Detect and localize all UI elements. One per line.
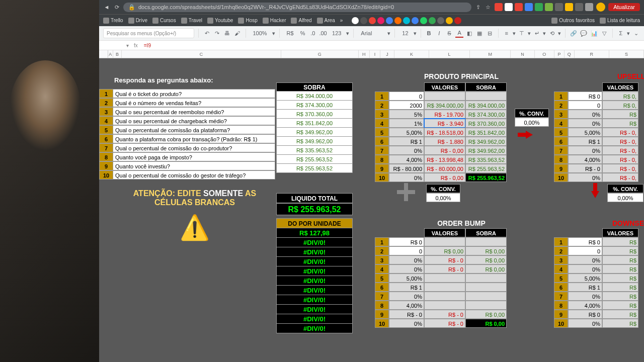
bookmark-item[interactable]: Trello	[103, 18, 123, 24]
bookmark-overflow-icon[interactable]: »	[340, 18, 343, 23]
bookmark-item[interactable]: Alfred	[291, 18, 311, 24]
ext-icon[interactable]	[575, 3, 583, 11]
question-cell[interactable]: Qual o percentual de comissão do co-prod…	[113, 143, 275, 152]
value-cell[interactable]: R$ - 0,00	[424, 146, 465, 155]
input-cell[interactable]: 0	[568, 246, 602, 255]
value-cell[interactable]: R$ - 0	[424, 319, 465, 328]
bookmark-item[interactable]: Cursos	[152, 18, 176, 24]
input-cell[interactable]: 0%	[568, 146, 602, 155]
share-icon[interactable]: ⇪	[474, 4, 481, 11]
value-cell[interactable]: R$ - 0	[424, 310, 465, 319]
input-cell[interactable]: R$ - 80.000	[389, 164, 424, 173]
input-cell[interactable]: 0%	[568, 173, 602, 182]
ext-icon[interactable]	[565, 3, 573, 11]
valign-icon[interactable]: ⊤	[518, 29, 526, 38]
input-cell[interactable]: R$ 1	[568, 137, 602, 146]
sobra-cell[interactable]	[465, 92, 507, 101]
value-cell[interactable]: R$	[602, 319, 638, 328]
input-cell[interactable]: 5,00%	[568, 274, 602, 283]
input-cell[interactable]: 0	[389, 92, 424, 101]
app-icon[interactable]	[420, 17, 427, 24]
app-icon[interactable]	[446, 17, 453, 24]
value-cell[interactable]: R$	[602, 264, 638, 274]
value-cell[interactable]: R$ - 0	[424, 264, 465, 274]
input-cell[interactable]: 0%	[389, 173, 424, 182]
value-cell[interactable]: R$ - 1.880	[424, 137, 465, 146]
comment-icon[interactable]: 💬	[580, 29, 588, 38]
value-cell[interactable]: R$ - 80.000,00	[424, 164, 465, 173]
value-cell[interactable]: R$ 0,	[602, 101, 638, 110]
sobra-cell[interactable]: R$ 335.963,52	[276, 146, 353, 155]
formula-value[interactable]: =I9	[141, 43, 154, 48]
input-cell[interactable]: 4,00%	[389, 155, 424, 164]
bold-icon[interactable]: B	[425, 29, 433, 38]
sobra-cell[interactable]: R$ 370.360,00	[276, 110, 353, 119]
print-icon[interactable]: 🖶	[223, 29, 231, 38]
value-cell[interactable]: R$ - 18.518,00	[424, 128, 465, 137]
value-cell[interactable]: R$ - 0,	[602, 128, 638, 137]
input-cell[interactable]: 5%	[389, 110, 424, 119]
bookmark-item[interactable]: Hosp	[238, 18, 257, 24]
question-cell[interactable]: Quanto você investiu?	[113, 161, 275, 170]
sobra-cell[interactable]: R$ 351.842,00	[465, 128, 507, 137]
strike-icon[interactable]: S	[445, 29, 453, 38]
question-cell[interactable]: Qual o percentual de comissão do gestor …	[113, 170, 275, 179]
spreadsheet-grid[interactable]: Responda as perguntas abaixo: 1Qual é o …	[99, 58, 644, 362]
unidade-cell[interactable]: #DIV/0!	[276, 238, 353, 247]
fill-color-icon[interactable]: ◧	[465, 29, 473, 38]
sobra-cell[interactable]: R$ 394.000,00	[465, 101, 507, 110]
unidade-cell[interactable]: #DIV/0!	[276, 305, 353, 314]
input-cell[interactable]: 0%	[568, 110, 602, 119]
input-cell[interactable]: 1%	[389, 119, 424, 128]
input-cell[interactable]: 0%	[568, 264, 602, 274]
value-cell[interactable]: R$	[602, 292, 638, 301]
format-select[interactable]: 123	[329, 30, 344, 36]
input-cell[interactable]: 4,00%	[568, 301, 602, 310]
ext-icon[interactable]	[495, 3, 503, 11]
font-select[interactable]: Arial	[358, 30, 385, 36]
bookmark-item[interactable]: Area	[317, 18, 335, 24]
value-cell[interactable]: R$	[602, 255, 638, 264]
input-cell[interactable]: 0%	[389, 292, 424, 301]
value-cell[interactable]	[424, 292, 465, 301]
sobra-cell[interactable]: R$ 255.963,52	[465, 164, 507, 173]
value-cell[interactable]: R$ 0,00	[424, 246, 465, 255]
zoom-select[interactable]: 100%	[250, 30, 270, 36]
sobra-cell[interactable]: R$ 255.963,52	[276, 155, 353, 164]
value-cell[interactable]	[424, 92, 465, 101]
app-icon[interactable]	[369, 17, 376, 24]
unidade-cell[interactable]: #DIV/0!	[276, 295, 353, 305]
value-cell[interactable]: R$	[602, 237, 638, 246]
unidade-cell[interactable]: #DIV/0!	[276, 286, 353, 295]
question-cell[interactable]: Qual o seu percentual de chargeback médi…	[113, 116, 275, 125]
rotate-icon[interactable]: ⟲	[548, 29, 556, 38]
halign-icon[interactable]: ≡	[503, 29, 511, 38]
avatar-icon[interactable]	[596, 3, 605, 12]
chart-icon[interactable]: 📊	[590, 29, 598, 38]
sobra-cell[interactable]	[465, 274, 507, 283]
input-cell[interactable]: 0%	[568, 292, 602, 301]
bookmark-item[interactable]: Youtube	[207, 18, 233, 24]
unidade-cell[interactable]: #DIV/0!	[276, 314, 353, 324]
sobra-cell[interactable]: R$ 0,00	[465, 310, 507, 319]
app-icon[interactable]	[429, 17, 436, 24]
input-cell[interactable]: 0	[389, 246, 424, 255]
question-cell[interactable]: Qual o seu percentual de reembolso médio…	[113, 107, 275, 116]
input-cell[interactable]: 0%	[568, 319, 602, 328]
value-cell[interactable]: R$	[602, 246, 638, 255]
input-cell[interactable]: 0%	[568, 255, 602, 264]
sobra-cell[interactable]: R$ 0,00	[465, 319, 507, 328]
value-cell[interactable]: R$ 0,	[602, 92, 638, 101]
paint-format-icon[interactable]: 🖌	[233, 29, 241, 38]
percent-icon[interactable]: %	[299, 29, 307, 38]
value-cell[interactable]: R$	[602, 301, 638, 310]
bookmark-item[interactable]: Hacker	[263, 18, 286, 24]
input-cell[interactable]: 4,00%	[568, 155, 602, 164]
value-cell[interactable]	[424, 237, 465, 246]
input-cell[interactable]: R$ - 0	[389, 310, 424, 319]
value-cell[interactable]: R$ - 0,	[602, 146, 638, 155]
question-cell[interactable]: Quanto a plataforma cobra por transação?…	[113, 134, 275, 143]
input-cell[interactable]: 0%	[389, 264, 424, 274]
value-cell[interactable]: R$ - 0,	[602, 155, 638, 164]
value-cell[interactable]	[424, 301, 465, 310]
